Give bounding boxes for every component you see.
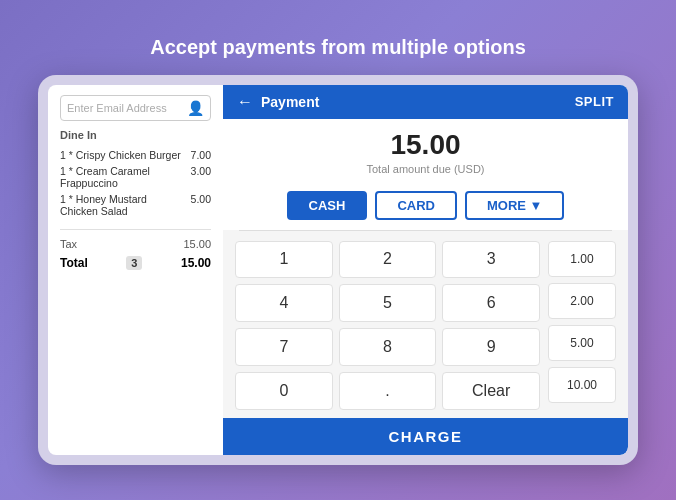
quick-5[interactable]: 5.00	[548, 325, 616, 361]
quick-1[interactable]: 1.00	[548, 241, 616, 277]
more-button[interactable]: MORE ▼	[465, 191, 564, 220]
item-name: 1 * Crispy Chicken Burger	[60, 149, 191, 161]
key-7[interactable]: 7	[235, 328, 333, 366]
total-row: Total 3 15.00	[60, 256, 211, 270]
quick-amounts: 1.00 2.00 5.00 10.00	[548, 241, 616, 410]
item-name: 1 * Cream Caramel Frappuccino	[60, 165, 191, 189]
total-value: 15.00	[181, 256, 211, 270]
payment-title: Payment	[261, 94, 319, 110]
total-label: Total	[60, 256, 88, 270]
item-name: 1 * Honey Mustard Chicken Salad	[60, 193, 191, 217]
left-panel: Enter Email Address 👤 Dine In 1 * Crispy…	[48, 85, 223, 455]
device-frame: Enter Email Address 👤 Dine In 1 * Crispy…	[38, 75, 638, 465]
key-8[interactable]: 8	[339, 328, 437, 366]
card-button[interactable]: CARD	[375, 191, 457, 220]
tax-row: Tax 15.00	[60, 238, 211, 250]
list-item: 1 * Cream Caramel Frappuccino 3.00	[60, 165, 211, 189]
right-panel: ← Payment SPLIT 15.00 Total amount due (…	[223, 85, 628, 455]
email-placeholder: Enter Email Address	[67, 102, 167, 114]
item-price: 5.00	[191, 193, 211, 217]
header-left: ← Payment	[237, 93, 319, 111]
charge-button[interactable]: CHARGE	[223, 418, 628, 455]
back-arrow-icon[interactable]: ←	[237, 93, 253, 111]
quick-10[interactable]: 10.00	[548, 367, 616, 403]
numpad: 1 2 3 4 5 6 7 8 9 0 . Clear	[235, 241, 540, 410]
amount-section: 15.00 Total amount due (USD)	[223, 119, 628, 183]
item-price: 7.00	[191, 149, 211, 161]
key-1[interactable]: 1	[235, 241, 333, 279]
key-dot[interactable]: .	[339, 372, 437, 410]
key-4[interactable]: 4	[235, 284, 333, 322]
split-button[interactable]: SPLIT	[575, 94, 614, 109]
tax-value: 15.00	[183, 238, 211, 250]
key-5[interactable]: 5	[339, 284, 437, 322]
divider	[60, 229, 211, 230]
dine-in-label: Dine In	[60, 129, 211, 141]
cash-button[interactable]: CASH	[287, 191, 368, 220]
keypad-area: 1 2 3 4 5 6 7 8 9 0 . Clear 1.00 2.00 5.…	[223, 231, 628, 418]
payment-methods: CASH CARD MORE ▼	[223, 183, 628, 230]
total-badge: 3	[126, 256, 142, 270]
email-row[interactable]: Enter Email Address 👤	[60, 95, 211, 121]
payment-header: ← Payment SPLIT	[223, 85, 628, 119]
amount-label: Total amount due (USD)	[239, 163, 612, 175]
list-item: 1 * Honey Mustard Chicken Salad 5.00	[60, 193, 211, 217]
key-clear[interactable]: Clear	[442, 372, 540, 410]
key-9[interactable]: 9	[442, 328, 540, 366]
item-price: 3.00	[191, 165, 211, 189]
tax-label: Tax	[60, 238, 77, 250]
amount-value: 15.00	[239, 129, 612, 161]
person-icon: 👤	[187, 100, 204, 116]
page-title: Accept payments from multiple options	[150, 36, 526, 59]
quick-2[interactable]: 2.00	[548, 283, 616, 319]
key-6[interactable]: 6	[442, 284, 540, 322]
key-0[interactable]: 0	[235, 372, 333, 410]
list-item: 1 * Crispy Chicken Burger 7.00	[60, 149, 211, 161]
key-3[interactable]: 3	[442, 241, 540, 279]
key-2[interactable]: 2	[339, 241, 437, 279]
